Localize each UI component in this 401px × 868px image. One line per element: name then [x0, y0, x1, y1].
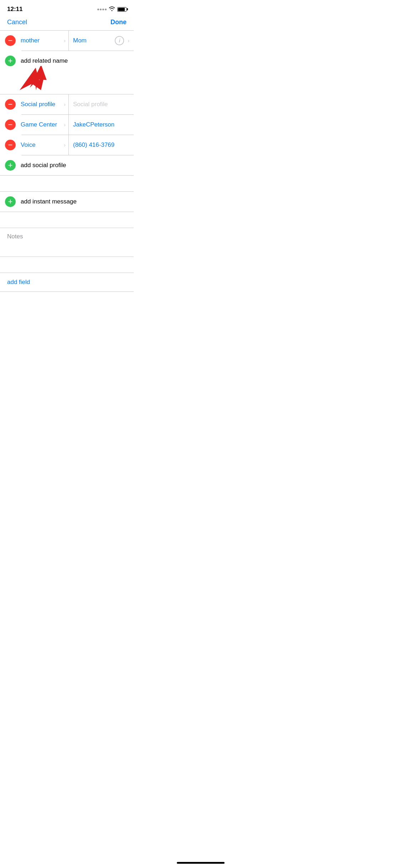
voice-row: − Voice › (860) 416-3769: [0, 135, 134, 155]
related-name-label: mother: [21, 37, 62, 44]
add-social-profile-label: add social profile: [21, 162, 66, 169]
voice-label: Voice: [21, 141, 62, 149]
game-center-value: JakeCPeterson: [73, 121, 129, 128]
add-related-name-section: + add related name: [0, 51, 134, 94]
voice-label-cell[interactable]: Voice ›: [21, 135, 69, 155]
add-social-profile-button[interactable]: +: [5, 160, 16, 171]
add-instant-message-button[interactable]: +: [5, 196, 16, 207]
status-time: 12:11: [7, 6, 22, 13]
game-center-row: − Game Center › JakeCPeterson: [0, 115, 134, 135]
wifi-icon: [109, 6, 115, 12]
info-icon: i: [119, 38, 120, 43]
remove-game-center-button[interactable]: −: [5, 119, 16, 130]
battery-icon: [117, 7, 127, 12]
signal-dots-icon: [97, 9, 107, 10]
voice-value-cell[interactable]: (860) 416-3769: [69, 135, 134, 155]
value-chevron-icon: ›: [128, 38, 129, 43]
remove-social-profile-1-button[interactable]: −: [5, 99, 16, 110]
gc-chevron-icon: ›: [64, 122, 66, 128]
remove-voice-button[interactable]: −: [5, 140, 16, 150]
related-name-value: Mom: [73, 37, 115, 44]
add-related-name-button[interactable]: +: [5, 56, 16, 66]
info-button[interactable]: i: [115, 36, 124, 45]
spacer-2: [0, 212, 134, 228]
add-field-row[interactable]: add field: [0, 273, 134, 291]
remove-related-name-button[interactable]: −: [5, 35, 16, 46]
related-name-row: − mother › Mom i ›: [0, 31, 134, 51]
status-icons: [97, 6, 127, 12]
social-profile-row-1: − Social profile › Social profile: [0, 94, 134, 114]
notes-row[interactable]: Notes: [0, 228, 134, 257]
add-related-name-label: add related name: [21, 57, 68, 64]
sp1-chevron-icon: ›: [64, 102, 66, 107]
nav-bar: Cancel Done: [0, 16, 134, 30]
related-name-value-cell[interactable]: Mom i ›: [69, 31, 134, 51]
add-field-label[interactable]: add field: [7, 279, 30, 285]
voice-chevron-icon: ›: [64, 142, 66, 148]
game-center-label-cell[interactable]: Game Center ›: [21, 115, 69, 135]
social-profile-value-1: Social profile: [73, 101, 129, 108]
social-profile-label-cell-1[interactable]: Social profile ›: [21, 94, 69, 114]
game-center-value-cell[interactable]: JakeCPeterson: [69, 115, 134, 135]
bottom-spacer: [0, 292, 134, 327]
add-instant-message-row[interactable]: + add instant message: [0, 192, 134, 212]
notes-placeholder: Notes: [7, 233, 23, 240]
social-profile-label-1: Social profile: [21, 101, 62, 108]
add-related-name-row[interactable]: + add related name: [0, 51, 134, 71]
game-center-label: Game Center: [21, 121, 62, 128]
spacer-1: [0, 176, 134, 191]
voice-value: (860) 416-3769: [73, 141, 129, 149]
status-bar: 12:11: [0, 0, 134, 16]
add-instant-message-label: add instant message: [21, 198, 77, 205]
spacer-3: [0, 257, 134, 273]
done-button[interactable]: Done: [110, 19, 127, 26]
arrow-spacer: [0, 71, 134, 94]
social-profile-value-cell-1[interactable]: Social profile: [69, 94, 134, 114]
related-name-chevron-icon: ›: [64, 38, 66, 43]
related-name-label-cell[interactable]: mother ›: [21, 31, 69, 51]
cancel-button[interactable]: Cancel: [7, 19, 27, 26]
add-social-profile-row[interactable]: + add social profile: [0, 155, 134, 175]
